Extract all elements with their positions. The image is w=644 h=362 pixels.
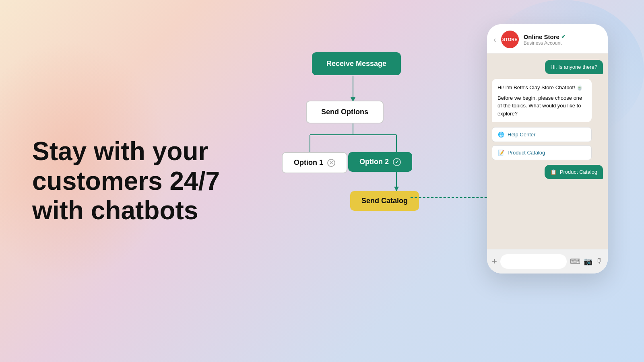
option1-x-icon: ✕ (327, 159, 335, 167)
keyboard-icon[interactable]: ⌨ (570, 257, 580, 266)
help-center-icon: 🌐 (498, 132, 504, 138)
receive-message-node: Receive Message (312, 52, 401, 75)
phone-mockup: ‹ STORE Online Store ✔ Business Account … (487, 24, 608, 274)
chat-body: Hi, Is anyone there? Hi! I'm Beth's Clay… (487, 53, 608, 249)
dashed-connector (411, 197, 491, 198)
contact-name: Online Store ✔ (524, 33, 601, 40)
add-attachment-button[interactable]: + (492, 256, 497, 267)
footer-action-icons: ⌨ 📷 🎙 (570, 257, 603, 266)
received-bubble-1: Hi! I'm Beth's Clay Store Chatbot! 🍵 Bef… (492, 79, 592, 122)
chat-option-buttons: 🌐 Help Center 📝 Product Catalog (492, 127, 592, 160)
hero-heading: Stay with your customers 24/7 with chatb… (32, 137, 220, 226)
contact-info: Online Store ✔ Business Account (524, 33, 601, 46)
catalog-emoji-icon: 📋 (550, 169, 557, 175)
verified-icon: ✔ (561, 34, 566, 40)
option2-node: Option 2 ✓ (348, 152, 412, 172)
send-options-node: Send Options (306, 101, 384, 123)
message-input[interactable] (500, 254, 567, 269)
avatar: STORE (501, 31, 519, 48)
product-catalog-icon: 📝 (498, 150, 504, 156)
contact-subtitle: Business Account (524, 40, 601, 46)
flowchart: Receive Message Send Options Option 1 ✕ … (274, 52, 435, 253)
option1-node: Option 1 ✕ (282, 152, 347, 173)
option2-check-icon: ✓ (393, 158, 401, 166)
product-catalog-bubble: 📋 Product Catalog (545, 165, 603, 179)
help-center-button[interactable]: 🌐 Help Center (492, 127, 592, 142)
product-catalog-button[interactable]: 📝 Product Catalog (492, 145, 592, 160)
send-catalog-node: Send Catalog (350, 191, 419, 211)
back-button[interactable]: ‹ (493, 35, 496, 44)
hero-section: Stay with your customers 24/7 with chatb… (32, 137, 220, 226)
phone-header: ‹ STORE Online Store ✔ Business Account (487, 24, 608, 53)
sent-bubble-1: Hi, Is anyone there? (545, 60, 603, 74)
phone-footer: + ⌨ 📷 🎙 (487, 249, 608, 274)
mic-icon[interactable]: 🎙 (596, 257, 603, 266)
camera-icon[interactable]: 📷 (584, 257, 592, 266)
